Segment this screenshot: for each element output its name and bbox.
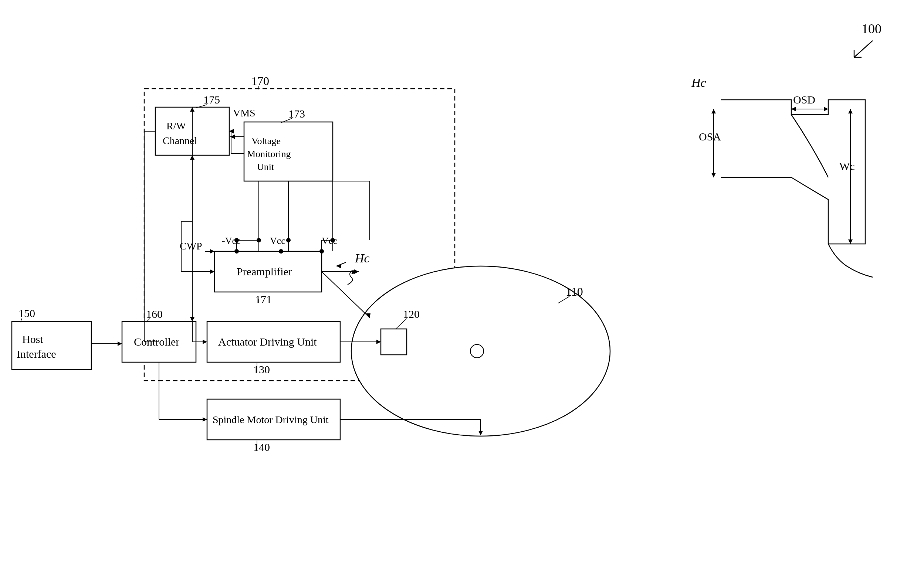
hc-label-top: Hc [691, 76, 706, 89]
cwp-label: CWP [180, 240, 202, 252]
host-interface-label-2: Interface [17, 348, 56, 360]
smdu-label: Spindle Motor Driving Unit [213, 414, 329, 425]
diagram: 100 Hc OSD OSA Wc 170 [0, 0, 907, 588]
num-120: 120 [403, 308, 420, 320]
adu-label: Actuator Driving Unit [218, 336, 317, 348]
svg-rect-41 [12, 321, 91, 369]
vcc-label-mid: Vcc [270, 235, 285, 246]
rw-channel-label: R/W [167, 120, 186, 131]
svg-rect-57 [381, 329, 407, 355]
vms-label: VMS [233, 107, 255, 119]
num-140: 140 [253, 441, 270, 453]
preamplifier-label: Preamplifier [237, 265, 292, 278]
wc-label: Wc [839, 160, 855, 172]
osa-label: OSA [699, 131, 721, 143]
vmu-label: Voltage [252, 136, 280, 146]
svg-text:Monitoring: Monitoring [247, 149, 291, 159]
num-160: 160 [146, 308, 163, 320]
osd-label: OSD [793, 94, 815, 106]
figure-ref: 100 [862, 21, 881, 36]
num-130: 130 [253, 363, 270, 375]
num-110: 110 [566, 285, 583, 298]
svg-point-56 [470, 344, 484, 358]
hc-label-mid: Hc [354, 251, 370, 265]
num-150: 150 [19, 307, 35, 319]
num-170: 170 [252, 74, 269, 88]
svg-point-32 [279, 249, 283, 254]
host-interface-label-1: Host [22, 333, 43, 345]
num-173: 173 [288, 107, 305, 120]
num-175: 175 [204, 94, 220, 106]
num-171: 171 [255, 293, 272, 305]
svg-text:Unit: Unit [257, 161, 274, 172]
